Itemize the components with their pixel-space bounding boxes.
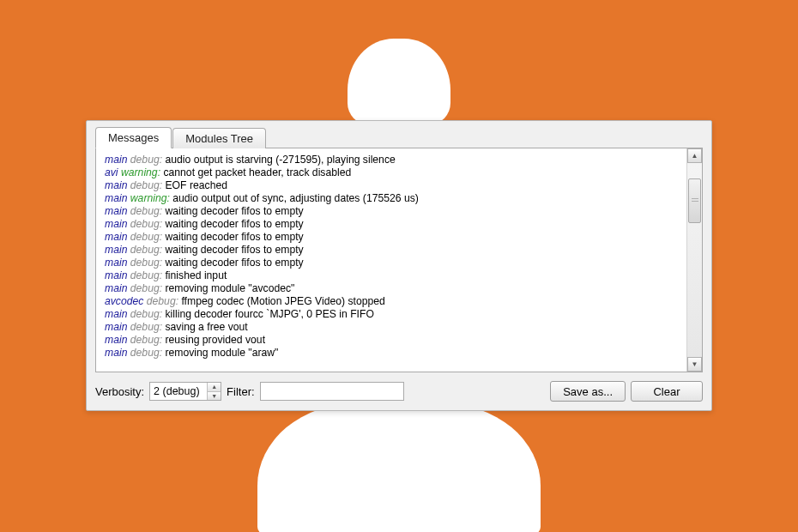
- log-line: main debug: waiting decoder fifos to emp…: [105, 218, 683, 231]
- log-message: finished input: [165, 269, 227, 281]
- log-source: main: [105, 321, 130, 333]
- log-line: main debug: waiting decoder fifos to emp…: [105, 244, 683, 257]
- log-message: EOF reached: [165, 179, 227, 191]
- filter-label: Filter:: [227, 385, 255, 398]
- log-output[interactable]: main debug: audio output is starving (-2…: [95, 148, 703, 372]
- scroll-thumb[interactable]: [688, 178, 701, 223]
- log-level: debug:: [130, 282, 166, 294]
- controls-row: Verbosity: ▲ ▼ Filter: Save as... Clear: [95, 381, 703, 402]
- verbosity-down-icon[interactable]: ▼: [208, 392, 221, 401]
- log-message: ffmpeg codec (Motion JPEG Video) stopped: [181, 295, 384, 307]
- log-source: main: [105, 257, 130, 269]
- log-line: main debug: saving a free vout: [105, 321, 683, 334]
- messages-panel: Messages Modules Tree main debug: audio …: [86, 120, 712, 411]
- log-line: main debug: audio output is starving (-2…: [105, 154, 683, 166]
- log-source: main: [105, 244, 130, 256]
- log-source: avi: [105, 166, 121, 178]
- log-source: main: [105, 218, 130, 230]
- log-message: removing module "araw": [165, 347, 278, 359]
- log-level: debug:: [130, 205, 166, 217]
- verbosity-input[interactable]: [150, 383, 207, 400]
- tab-bar: Messages Modules Tree: [95, 128, 703, 148]
- log-source: main: [105, 269, 130, 281]
- log-level: debug:: [130, 308, 166, 320]
- log-source: main: [105, 334, 130, 346]
- log-level: debug:: [130, 334, 166, 346]
- log-level: debug:: [147, 295, 182, 307]
- vlc-cone-top-decoration: [348, 39, 450, 124]
- log-message: saving a free vout: [165, 321, 247, 333]
- save-as-button[interactable]: Save as...: [550, 381, 626, 402]
- log-scrollbar[interactable]: ▲ ▼: [686, 148, 702, 372]
- log-source: main: [105, 154, 130, 166]
- log-level: debug:: [130, 218, 166, 230]
- log-message: reusing provided vout: [165, 334, 265, 346]
- log-level: debug:: [130, 154, 166, 166]
- log-line: main debug: waiting decoder fifos to emp…: [105, 231, 683, 244]
- log-message: waiting decoder fifos to empty: [165, 218, 303, 230]
- log-line: avi warning: cannot get packet header, t…: [105, 166, 683, 179]
- log-level: debug:: [130, 321, 166, 333]
- log-message: waiting decoder fifos to empty: [165, 231, 303, 243]
- log-source: main: [105, 192, 130, 204]
- log-source: main: [105, 231, 130, 243]
- log-message: audio output out of sync, adjusting date…: [172, 192, 419, 204]
- log-source: main: [105, 205, 130, 217]
- log-line: main debug: waiting decoder fifos to emp…: [105, 205, 683, 218]
- scroll-track[interactable]: [687, 163, 702, 357]
- log-source: avcodec: [105, 295, 147, 307]
- log-level: warning:: [121, 166, 163, 178]
- log-message: audio output is starving (-271595), play…: [165, 154, 395, 166]
- filter-input[interactable]: [260, 382, 404, 401]
- log-level: debug:: [130, 179, 166, 191]
- log-line: main debug: removing module "avcodec": [105, 282, 683, 295]
- log-line: avcodec debug: ffmpeg codec (Motion JPEG…: [105, 295, 683, 308]
- scroll-up-icon[interactable]: ▲: [687, 148, 702, 163]
- tab-messages[interactable]: Messages: [95, 127, 172, 148]
- log-level: warning:: [130, 192, 172, 204]
- tab-modules-tree[interactable]: Modules Tree: [172, 128, 266, 148]
- log-message: removing module "avcodec": [165, 282, 294, 294]
- log-message: waiting decoder fifos to empty: [165, 205, 303, 217]
- scroll-down-icon[interactable]: ▼: [687, 357, 702, 372]
- log-message: waiting decoder fifos to empty: [165, 257, 303, 269]
- log-line: main debug: finished input: [105, 269, 683, 282]
- log-source: main: [105, 347, 130, 359]
- log-message: waiting decoder fifos to empty: [165, 244, 303, 256]
- log-level: debug:: [130, 231, 166, 243]
- log-line: main debug: removing module "araw": [105, 347, 683, 360]
- log-line: main debug: waiting decoder fifos to emp…: [105, 257, 683, 269]
- verbosity-up-icon[interactable]: ▲: [208, 383, 221, 392]
- log-level: debug:: [130, 347, 166, 359]
- log-line: main debug: killing decoder fourcc `MJPG…: [105, 308, 683, 321]
- log-level: debug:: [130, 269, 166, 281]
- log-level: debug:: [130, 257, 166, 269]
- log-line: main debug: EOF reached: [105, 179, 683, 192]
- clear-button[interactable]: Clear: [631, 381, 703, 402]
- log-message: cannot get packet header, track disabled: [163, 166, 351, 178]
- log-line: main warning: audio output out of sync, …: [105, 192, 683, 205]
- log-message: killing decoder fourcc `MJPG', 0 PES in …: [165, 308, 373, 320]
- log-line: main debug: reusing provided vout: [105, 334, 683, 347]
- log-source: main: [105, 179, 130, 191]
- verbosity-label: Verbosity:: [95, 385, 144, 398]
- verbosity-spinbox[interactable]: ▲ ▼: [149, 382, 221, 401]
- log-level: debug:: [130, 244, 166, 256]
- log-source: main: [105, 308, 130, 320]
- log-source: main: [105, 282, 130, 294]
- vlc-cone-base-decoration: [257, 403, 541, 532]
